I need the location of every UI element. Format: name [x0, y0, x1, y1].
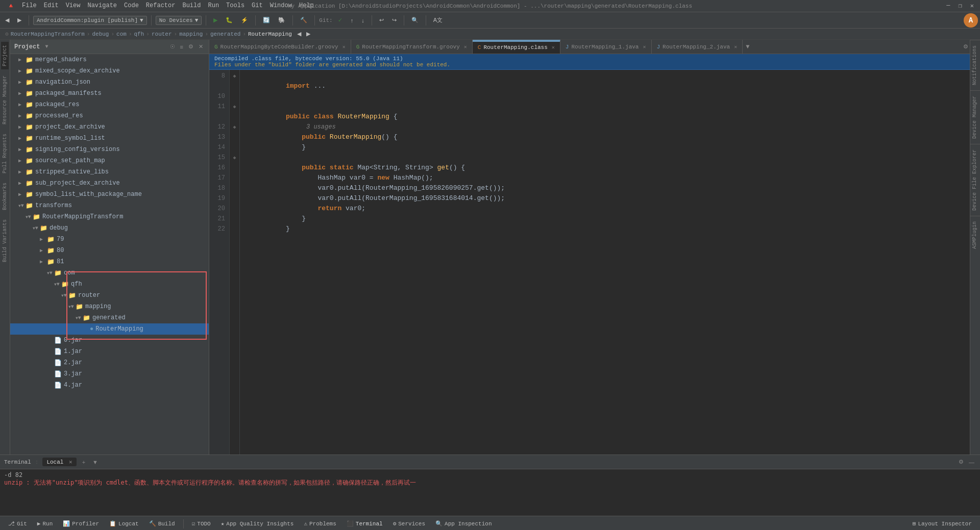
tree-item-debug[interactable]: ▼📁 debug — [10, 222, 209, 234]
breadcrumb-item-1[interactable]: debug — [92, 31, 109, 37]
tree-item-81[interactable]: ▶📁 81 — [10, 256, 209, 267]
app-quality-btn[interactable]: ★ App Quality Insights — [217, 519, 298, 528]
tree-item-mixed-scope[interactable]: ▶📁 mixed_scope_dex_archive — [10, 65, 209, 77]
app-inspection-btn[interactable]: 🔍 App Inspection — [431, 519, 496, 528]
locate-file-btn[interactable]: ☉ — [168, 43, 177, 51]
tab-routermapping-transform[interactable]: G RouterMappingTransform.groovy ✕ — [351, 40, 473, 54]
redo-btn[interactable]: ↪ — [389, 16, 400, 24]
device-manager-tab[interactable]: Device Manager — [970, 90, 980, 144]
project-sidebar-label[interactable]: Project — [1, 42, 9, 69]
breadcrumb-item-2[interactable]: com — [116, 31, 127, 37]
profile-button[interactable]: ⚡ — [238, 16, 251, 24]
tree-item-packaged-manifests[interactable]: ▶📁 packaged_manifests — [10, 88, 209, 99]
asm-plugin-tab[interactable]: ASMPlugin — [970, 216, 980, 254]
tab-routermapping-2[interactable]: J RouterMapping_2.java ✕ — [652, 40, 743, 54]
git-up-btn[interactable]: ↑ — [348, 16, 357, 24]
toolbar-forward-btn[interactable]: ▶ — [14, 16, 24, 24]
panel-close-btn[interactable]: ✕ — [197, 43, 205, 51]
tree-item-stripped-native[interactable]: ▶📁 stripped_native_libs — [10, 166, 209, 178]
logcat-btn[interactable]: 📋 Logcat — [105, 519, 143, 528]
tab-close-3[interactable]: ✕ — [643, 44, 646, 50]
build-variants-label[interactable]: Build Variants — [1, 216, 9, 265]
tree-item-source-set[interactable]: ▶📁 source_set_path_map — [10, 155, 209, 166]
collapse-all-btn[interactable]: ≡ — [179, 43, 185, 51]
tree-item-merged-shaders[interactable]: ▶📁 merged_shaders — [10, 54, 209, 65]
tab-close-0[interactable]: ✕ — [342, 44, 346, 50]
menu-build[interactable]: Build — [179, 1, 204, 11]
tree-item-signing-config[interactable]: ▶📁 signing_config_versions — [10, 144, 209, 155]
maximize-button[interactable]: ❐ — [957, 2, 964, 10]
breadcrumb-item-4[interactable]: router — [152, 31, 172, 37]
run-btn[interactable]: ▶ Run — [33, 519, 57, 528]
tree-item-routermapping-class[interactable]: ● RouterMapping — [10, 323, 209, 335]
tree-item-runtime-symbol[interactable]: ▶📁 runtime_symbol_list — [10, 133, 209, 144]
terminal-tab-local[interactable]: Local ✕ — [42, 458, 76, 466]
debug-button[interactable]: 🐛 — [223, 16, 236, 24]
terminal-settings-btn[interactable]: ⚙ — [957, 458, 965, 466]
tree-item-navigation-json[interactable]: ▶📁 navigation_json — [10, 77, 209, 88]
toolbar-back-btn[interactable]: ◀ — [2, 16, 12, 24]
profiler-btn[interactable]: 📊 Profiler — [59, 519, 103, 528]
tree-item-2jar[interactable]: 📄 2.jar — [10, 357, 209, 368]
minimize-button[interactable]: — — [944, 2, 952, 10]
tree-item-qfh[interactable]: ▼📁 qfh — [10, 279, 209, 290]
tab-close-4[interactable]: ✕ — [734, 44, 737, 50]
menu-file[interactable]: File — [19, 1, 40, 11]
breadcrumb-item-0[interactable]: RouterMappingTransform — [11, 31, 85, 37]
tree-item-0jar[interactable]: 📄 0.jar — [10, 335, 209, 346]
terminal-content[interactable]: -d 82 unzip : 无法将"unzip"项识别为 cmdlet、函数、脚… — [0, 469, 980, 516]
breadcrumb-item-6[interactable]: generated — [210, 31, 240, 37]
build-btn[interactable]: 🔨 — [297, 16, 310, 24]
terminal-add-btn[interactable]: + — [81, 459, 87, 466]
menu-git[interactable]: Git — [249, 1, 266, 11]
tree-item-symbol-list[interactable]: ▶📁 symbol_list_with_package_name — [10, 189, 209, 200]
menu-edit[interactable]: Edit — [41, 1, 62, 11]
menu-run[interactable]: Run — [205, 1, 222, 11]
notifications-tab[interactable]: Notifications — [970, 40, 980, 90]
tab-close-2[interactable]: ✕ — [552, 44, 555, 51]
breadcrumb-item-5[interactable]: mapping — [179, 31, 203, 37]
undo-btn[interactable]: ↩ — [376, 16, 387, 24]
terminal-tab-close[interactable]: ✕ — [69, 459, 72, 465]
tree-item-routermappingtransform[interactable]: ▼📁 RouterMappingTransform — [10, 211, 209, 222]
services-btn[interactable]: ⚙ Services — [389, 519, 429, 528]
git-down-btn[interactable]: ↓ — [358, 16, 368, 24]
tab-overflow-btn[interactable]: ▼ — [743, 43, 752, 51]
run-button[interactable]: ▶ — [210, 16, 220, 24]
search-btn[interactable]: 🔍 — [408, 16, 422, 24]
menu-code[interactable]: Code — [121, 1, 142, 11]
translate-btn[interactable]: A文 — [430, 15, 446, 25]
layout-inspector-btn[interactable]: ⊞ Layout Inspector — [909, 519, 976, 528]
tree-item-1jar[interactable]: 📄 1.jar — [10, 346, 209, 357]
devices-dropdown[interactable]: No Devices ▼ — [156, 16, 202, 25]
tree-item-packaged-res[interactable]: ▶📁 packaged_res — [10, 99, 209, 110]
menu-tools[interactable]: Tools — [223, 1, 248, 11]
build-variant-dropdown[interactable]: AndroidCommon:plugin [publish] ▼ — [33, 16, 147, 25]
bookmarks-label[interactable]: Bookmarks — [1, 180, 9, 213]
tab-close-1[interactable]: ✕ — [464, 44, 467, 50]
tab-routermapping-1[interactable]: J RouterMapping_1.java ✕ — [560, 40, 652, 54]
tree-item-sub-project[interactable]: ▶📁 sub_project_dex_archive — [10, 178, 209, 189]
device-file-tab[interactable]: Device File Explorer — [970, 144, 980, 216]
breadcrumb-nav-right[interactable]: ▶ — [304, 31, 312, 37]
git-check-btn[interactable]: ✓ — [335, 16, 346, 24]
git-btn[interactable]: ⎇ Git — [4, 519, 31, 528]
code-editor[interactable]: 8 10 11 12 13 14 15 16 17 18 19 20 21 22… — [209, 70, 970, 455]
menu-navigate[interactable]: Navigate — [84, 1, 120, 11]
tree-item-4jar[interactable]: 📄 4.jar — [10, 380, 209, 391]
terminal-btn[interactable]: ⬛ Terminal — [342, 519, 387, 528]
breadcrumb-item-3[interactable]: qfh — [134, 31, 144, 37]
tree-item-mapping[interactable]: ▼📁 mapping — [10, 301, 209, 312]
todo-btn[interactable]: ☑ TODO — [188, 519, 215, 528]
breadcrumb-nav-left[interactable]: ◀ — [295, 31, 303, 37]
code-content[interactable]: import ... public class RouterMapping { … — [240, 70, 970, 455]
problems-btn[interactable]: ⚠ Problems — [300, 519, 340, 528]
close-button[interactable]: ✕ — [968, 2, 976, 10]
terminal-minimize-btn[interactable]: — — [967, 458, 976, 466]
sync-button[interactable]: 🔄 — [260, 16, 273, 24]
tree-item-processed-res[interactable]: ▶📁 processed_res — [10, 110, 209, 121]
tree-item-transforms[interactable]: ▼📁 transforms — [10, 200, 209, 211]
tree-item-com[interactable]: ▼📁 com — [10, 267, 209, 279]
menu-refactor[interactable]: Refactor — [143, 1, 179, 11]
menu-logo[interactable]: 🔺 — [4, 1, 18, 11]
